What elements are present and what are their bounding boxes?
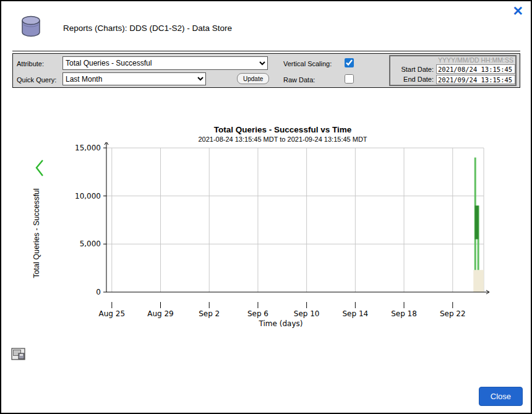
attribute-label: Attribute: (17, 60, 44, 67)
svg-text:Sep 2: Sep 2 (199, 309, 220, 318)
svg-text:Sep 10: Sep 10 (294, 309, 320, 318)
save-chart-button[interactable] (11, 346, 27, 362)
close-button[interactable]: Close (479, 387, 523, 406)
quick-query-select[interactable]: Last Month (62, 72, 206, 85)
svg-text:10,000: 10,000 (75, 192, 101, 201)
svg-text:Sep 14: Sep 14 (342, 309, 368, 318)
svg-text:Sep 18: Sep 18 (391, 309, 417, 318)
svg-text:Time (days): Time (days) (259, 319, 303, 328)
vertical-scaling-label: Vertical Scaling: (283, 60, 332, 67)
end-date-label: End Date: (390, 75, 434, 83)
update-button[interactable]: Update (237, 73, 269, 84)
date-format-hint: YYYY/MM/DD HH:MM:SS (438, 56, 513, 64)
line-series-icon (33, 158, 47, 178)
toolbar: Attribute: Total Queries - Successful Qu… (12, 53, 520, 88)
dialog-title: Reports (Charts): DDS (DC1-S2) - Data St… (63, 24, 232, 33)
svg-text:Aug 29: Aug 29 (147, 309, 174, 318)
reports-chart-dialog: Reports (Charts): DDS (DC1-S2) - Data St… (0, 0, 532, 414)
end-date-input[interactable] (436, 75, 515, 84)
header-divider (12, 51, 520, 51)
svg-text:Aug 25: Aug 25 (99, 309, 126, 318)
data-store-icon (19, 15, 43, 38)
svg-text:5,000: 5,000 (80, 239, 101, 248)
raw-data-label: Raw Data: (283, 76, 315, 84)
raw-data-checkbox[interactable] (345, 74, 354, 84)
quick-query-label: Quick Query: (17, 76, 56, 84)
attribute-select[interactable]: Total Queries - Successful (62, 56, 268, 70)
vertical-scaling-checkbox[interactable] (345, 58, 354, 67)
start-date-input[interactable] (436, 64, 515, 74)
svg-text:15,000: 15,000 (75, 144, 101, 152)
svg-text:Sep 22: Sep 22 (440, 309, 466, 318)
svg-text:0: 0 (96, 288, 101, 296)
close-icon[interactable]: ✕ (512, 4, 523, 17)
y-axis-label: Total Queries - Successful (32, 188, 41, 278)
start-date-label: Start Date: (390, 66, 434, 73)
svg-text:Sep 6: Sep 6 (247, 309, 268, 318)
chart-plot: 05,00010,00015,000Aug 25Aug 29Sep 2Sep 6… (57, 142, 496, 331)
chart-title: Total Queries - Successful vs Time (75, 125, 490, 134)
date-range-box: YYYY/MM/DD HH:MM:SS Start Date: End Date… (389, 55, 517, 86)
